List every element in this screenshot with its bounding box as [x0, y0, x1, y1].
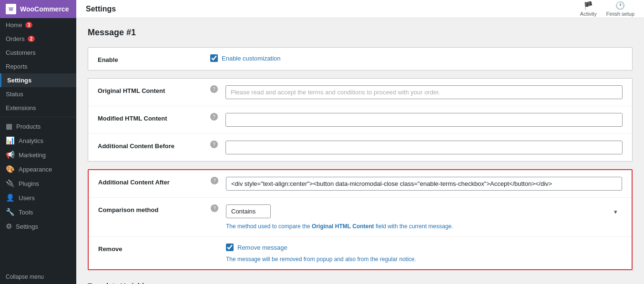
tools-icon: 🔧 — [6, 208, 15, 216]
sidebar-item-marketing-label: Marketing — [19, 152, 46, 159]
additional-after-input[interactable] — [226, 177, 622, 191]
sidebar-item-plugins-label: Plugins — [19, 180, 39, 187]
products-icon: ▦ — [6, 122, 12, 131]
enable-section: Enable Enable customization — [88, 47, 633, 71]
topbar: Settings 🏴 Activity 🕐 Finish setup — [76, 0, 644, 18]
remove-checkbox[interactable] — [226, 243, 234, 251]
sidebar-item-users-label: Users — [19, 194, 35, 202]
additional-after-row: Additional Content After ? — [89, 170, 632, 198]
topbar-actions: 🏴 Activity 🕐 Finish setup — [580, 1, 634, 17]
sidebar-item-analytics-label: Analytics — [19, 137, 43, 144]
additional-before-help-icon[interactable]: ? — [210, 141, 218, 148]
enable-label: Enable — [98, 54, 203, 63]
collapse-menu-label: Collapse menu — [6, 274, 44, 280]
sidebar-item-settings[interactable]: Settings — [0, 73, 76, 87]
additional-before-label: Additional Content Before — [98, 141, 203, 150]
highlighted-section: Additional Content After ? Comparison me… — [88, 169, 633, 270]
original-html-help-icon[interactable]: ? — [210, 85, 218, 93]
template-variables-title: Template Variables — [88, 278, 633, 284]
enable-field: Enable customization — [210, 54, 623, 62]
sidebar-item-plugins[interactable]: 🔌 Plugins — [0, 176, 76, 191]
enable-checkbox[interactable] — [210, 54, 218, 62]
orders-badge: 2 — [28, 36, 35, 42]
sidebar-item-customers-label: Customers — [6, 49, 36, 56]
page-title: Settings — [86, 5, 116, 13]
additional-after-field — [226, 177, 622, 191]
remove-label: Remove — [98, 243, 203, 253]
woocommerce-logo-icon: W — [6, 4, 16, 14]
sidebar-item-appearance-label: Appearance — [19, 166, 52, 173]
sidebar-item-status[interactable]: Status — [0, 87, 76, 101]
remove-checkbox-text: Remove message — [237, 244, 287, 251]
sidebar-divider — [0, 117, 76, 117]
remove-info-text: The message will be removed from popup a… — [226, 256, 622, 263]
sidebar-logo-text: WooCommerce — [20, 5, 69, 13]
appearance-icon: 🎨 — [6, 165, 15, 173]
sidebar-item-reports[interactable]: Reports — [0, 60, 76, 73]
additional-after-label: Additional Content After — [98, 177, 203, 186]
sidebar-item-users[interactable]: 👤 Users — [0, 191, 76, 205]
sidebar-item-marketing[interactable]: 📢 Marketing — [0, 148, 76, 162]
comparison-method-info-suffix: field with the current message. — [374, 223, 453, 230]
sidebar-item-tools-label: Tools — [19, 209, 33, 216]
modified-html-label: Modified HTML Content — [98, 113, 203, 122]
modified-html-input[interactable] — [225, 113, 623, 127]
sidebar-item-customers[interactable]: Customers — [0, 46, 76, 60]
sidebar-item-home-label: Home — [6, 21, 22, 29]
sidebar-item-appearance[interactable]: 🎨 Appearance — [0, 162, 76, 176]
sidebar-item-settings-main[interactable]: ⚙ Settings — [0, 219, 76, 233]
sidebar-item-home[interactable]: Home 3 — [0, 18, 76, 32]
comparison-method-info-bold: Original HTML Content — [312, 223, 374, 230]
additional-after-help-icon[interactable]: ? — [211, 177, 218, 184]
comparison-method-field: Contains Exact match Starts with Ends wi… — [226, 204, 622, 230]
sidebar-item-settings-label: Settings — [7, 77, 31, 84]
finish-setup-icon: 🕐 — [615, 1, 625, 10]
remove-field: Remove message The message will be remov… — [226, 243, 622, 263]
remove-checkbox-label[interactable]: Remove message — [226, 243, 622, 251]
message-title: Message #1 — [88, 28, 633, 38]
comparison-method-row: Comparison method ? Contains Exact match… — [89, 198, 632, 237]
original-html-section: Original HTML Content ? Modified HTML Co… — [88, 78, 633, 162]
sidebar: W WooCommerce Home 3 Orders 2 Customers … — [0, 0, 76, 284]
sidebar-item-reports-label: Reports — [6, 63, 28, 70]
additional-before-field — [225, 141, 623, 154]
remove-row: Remove ? Remove message The message will… — [89, 237, 632, 269]
plugins-icon: 🔌 — [6, 179, 15, 188]
sidebar-item-extensions[interactable]: Extensions — [0, 101, 76, 115]
activity-button[interactable]: 🏴 Activity — [580, 1, 597, 17]
sidebar-item-products[interactable]: ▦ Products — [0, 119, 76, 133]
sidebar-item-tools[interactable]: 🔧 Tools — [0, 205, 76, 219]
original-html-row: Original HTML Content ? — [88, 79, 632, 106]
original-html-input[interactable] — [225, 85, 623, 99]
modified-html-field — [225, 113, 623, 127]
enable-row: Enable Enable customization — [88, 48, 632, 70]
enable-checkbox-label[interactable]: Enable customization — [210, 54, 623, 62]
enable-checkbox-text: Enable customization — [222, 55, 281, 62]
additional-before-row: Additional Content Before ? — [88, 134, 632, 161]
comparison-method-select[interactable]: Contains Exact match Starts with Ends wi… — [226, 204, 271, 218]
additional-before-input[interactable] — [225, 141, 623, 154]
main-content: Settings 🏴 Activity 🕐 Finish setup Messa… — [76, 0, 644, 284]
comparison-method-info-prefix: The method used to compare the — [226, 223, 312, 230]
content-area: Message #1 Enable Enable customization O… — [76, 18, 644, 284]
sidebar-item-status-label: Status — [6, 91, 23, 98]
sidebar-logo[interactable]: W WooCommerce — [0, 0, 76, 18]
finish-setup-button[interactable]: 🕐 Finish setup — [606, 1, 634, 17]
modified-html-row: Modified HTML Content ? — [88, 106, 632, 134]
activity-icon: 🏴 — [583, 1, 593, 10]
home-badge: 3 — [25, 22, 33, 28]
sidebar-item-orders-label: Orders — [6, 35, 25, 42]
settings-main-icon: ⚙ — [6, 222, 12, 231]
analytics-icon: 📊 — [6, 136, 15, 145]
comparison-method-help-icon[interactable]: ? — [211, 204, 218, 212]
original-html-field — [225, 85, 623, 99]
sidebar-item-products-label: Products — [16, 123, 41, 130]
original-html-label: Original HTML Content — [98, 85, 203, 94]
marketing-icon: 📢 — [6, 151, 15, 159]
comparison-method-info: The method used to compare the Original … — [226, 223, 622, 230]
collapse-menu-button[interactable]: Collapse menu — [0, 270, 76, 284]
sidebar-item-orders[interactable]: Orders 2 — [0, 32, 76, 46]
modified-html-help-icon[interactable]: ? — [210, 113, 218, 121]
users-icon: 👤 — [6, 193, 15, 202]
sidebar-item-analytics[interactable]: 📊 Analytics — [0, 133, 76, 148]
